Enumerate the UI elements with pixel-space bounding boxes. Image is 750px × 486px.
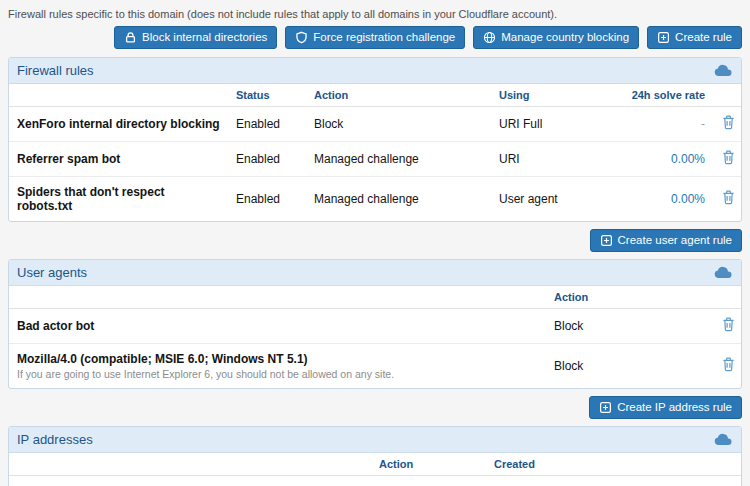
create-user-agent-rule-row: Create user agent rule <box>8 229 742 252</box>
user-agents-panel-header: User agents <box>9 260 741 286</box>
user-agent-action: Block <box>546 309 713 344</box>
create-ip-address-rule-button[interactable]: Create IP address rule <box>589 396 742 419</box>
rule-solve-rate-link[interactable]: 0.00% <box>621 177 713 222</box>
delete-button[interactable] <box>722 317 735 335</box>
panel-title: User agents <box>17 265 87 280</box>
rule-using: URI Full <box>491 107 621 142</box>
plus-square-icon <box>599 401 612 414</box>
delete-button[interactable] <box>722 357 735 375</box>
ip-addresses-table: Action Created 1.2.3.0/24 Automated conv… <box>9 453 742 486</box>
rule-name: XenForo internal directory blocking <box>9 107 228 142</box>
rule-name: Referrer spam bot <box>9 142 228 177</box>
rule-action: Managed challenge <box>306 177 491 222</box>
column-actions <box>713 453 742 476</box>
user-agents-table: Action Bad actor bot Block Mozilla/4.0 (… <box>9 286 742 388</box>
rule-solve-rate: - <box>621 107 713 142</box>
ip-address-action: Block <box>371 476 486 486</box>
plus-square-icon <box>657 31 670 44</box>
panel-title: Firewall rules <box>17 63 94 78</box>
ip-addresses-panel-header: IP addresses <box>9 427 741 453</box>
manage-country-blocking-button[interactable]: Manage country blocking <box>473 26 639 49</box>
column-action: Action <box>371 453 486 476</box>
column-using: Using <box>491 84 621 107</box>
rule-using: URI <box>491 142 621 177</box>
delete-button[interactable] <box>722 190 735 208</box>
trash-icon <box>722 357 735 372</box>
rule-action: Block <box>306 107 491 142</box>
table-row: XenForo internal directory blocking Enab… <box>9 107 742 142</box>
cloud-icon <box>713 64 733 77</box>
plus-square-icon <box>600 234 613 247</box>
table-header-row: Action Created <box>9 453 742 476</box>
column-action: Action <box>546 286 713 309</box>
rule-action: Managed challenge <box>306 142 491 177</box>
table-header-row: Action <box>9 286 742 309</box>
trash-icon <box>722 190 735 205</box>
firewall-page: Firewall rules specific to this domain (… <box>0 0 750 486</box>
column-solve-rate: 24h solve rate <box>621 84 713 107</box>
column-name <box>9 286 546 309</box>
shield-icon <box>295 31 308 44</box>
rule-name: Spiders that don't respect robots.txt <box>9 177 228 222</box>
column-actions <box>713 286 742 309</box>
table-header-row: Status Action Using 24h solve rate <box>9 84 742 107</box>
trash-icon <box>722 317 735 332</box>
action-toolbar: Block internal directories Force registr… <box>8 26 742 49</box>
table-row: Spiders that don't respect robots.txt En… <box>9 177 742 222</box>
column-created: Created <box>486 453 713 476</box>
table-row: Referrer spam bot Enabled Managed challe… <box>9 142 742 177</box>
block-internal-directories-button[interactable]: Block internal directories <box>114 26 277 49</box>
globe-icon <box>483 31 496 44</box>
table-row: 1.2.3.0/24 Automated conversation spamme… <box>9 476 742 486</box>
cloud-icon <box>713 266 733 279</box>
button-label: Create IP address rule <box>617 400 732 415</box>
ip-address-created: A moment ago <box>486 476 713 486</box>
create-rule-button[interactable]: Create rule <box>647 26 742 49</box>
user-agent-description: If you are going to use Internet Explore… <box>17 368 538 380</box>
firewall-rules-panel: Firewall rules Status Action Using 24h s… <box>8 57 742 222</box>
table-row: Bad actor bot Block <box>9 309 742 344</box>
panel-title: IP addresses <box>17 432 93 447</box>
trash-icon <box>722 150 735 165</box>
column-status: Status <box>228 84 306 107</box>
column-name <box>9 453 371 476</box>
user-agents-panel: User agents Action Bad actor bot Block M… <box>8 259 742 389</box>
page-description: Firewall rules specific to this domain (… <box>8 8 742 20</box>
force-registration-challenge-button[interactable]: Force registration challenge <box>285 26 465 49</box>
rule-using: User agent <box>491 177 621 222</box>
user-agent-name: Mozilla/4.0 (compatible; MSIE 6.0; Windo… <box>17 352 538 366</box>
delete-button[interactable] <box>722 115 735 133</box>
button-label: Block internal directories <box>142 30 267 45</box>
create-user-agent-rule-button[interactable]: Create user agent rule <box>590 229 742 252</box>
trash-icon <box>722 115 735 130</box>
user-agent-action: Block <box>546 344 713 389</box>
user-agent-cell: Mozilla/4.0 (compatible; MSIE 6.0; Windo… <box>9 344 546 389</box>
button-label: Force registration challenge <box>313 30 455 45</box>
lock-icon <box>124 31 137 44</box>
delete-button[interactable] <box>722 150 735 168</box>
column-action: Action <box>306 84 491 107</box>
button-label: Create user agent rule <box>618 233 732 248</box>
ip-addresses-panel: IP addresses Action Created 1.2.3.0/24 A… <box>8 426 742 486</box>
user-agent-name: Bad actor bot <box>9 309 546 344</box>
button-label: Create rule <box>675 30 732 45</box>
column-name <box>9 84 228 107</box>
firewall-rules-table: Status Action Using 24h solve rate XenFo… <box>9 84 742 221</box>
cloud-icon <box>713 433 733 446</box>
column-actions <box>713 84 742 107</box>
ip-address-cell: 1.2.3.0/24 Automated conversation spamme… <box>9 476 371 486</box>
rule-status: Enabled <box>228 177 306 222</box>
rule-solve-rate-link[interactable]: 0.00% <box>621 142 713 177</box>
firewall-rules-panel-header: Firewall rules <box>9 58 741 84</box>
table-row: Mozilla/4.0 (compatible; MSIE 6.0; Windo… <box>9 344 742 389</box>
button-label: Manage country blocking <box>501 30 629 45</box>
rule-status: Enabled <box>228 142 306 177</box>
rule-status: Enabled <box>228 107 306 142</box>
create-ip-address-rule-row: Create IP address rule <box>8 396 742 419</box>
